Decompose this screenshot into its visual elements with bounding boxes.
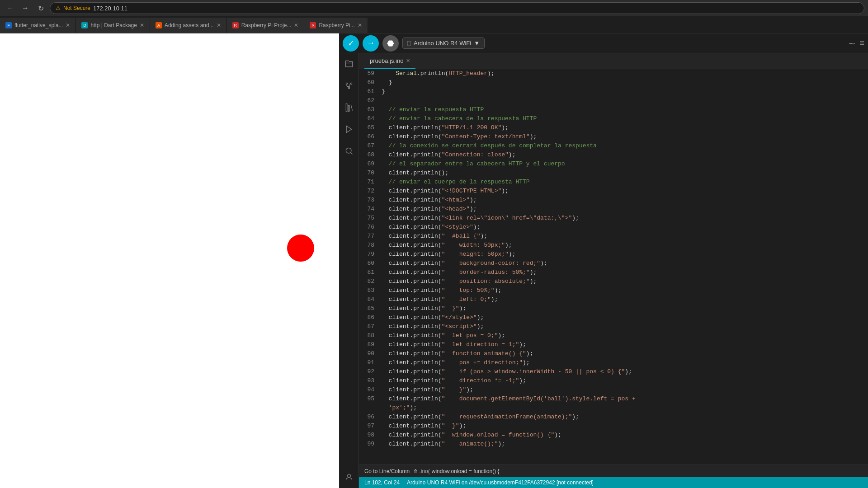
code-line: 63 // enviar la respuesta HTTP: [359, 105, 868, 114]
tab-title-flutter: flutter_native_spla...: [14, 22, 63, 28]
tab-close-adding[interactable]: ✕: [217, 22, 221, 28]
status-bar: Ln 102, Col 24 Arduino UNO R4 WiFi on /d…: [359, 477, 868, 488]
code-line: 98 client.println(" window.onload = func…: [359, 431, 868, 440]
code-line: 95 client.println(" document.getElementB…: [359, 394, 868, 404]
code-line: 'px';");: [359, 404, 868, 413]
svg-rect-5: [348, 105, 349, 111]
code-line: 71 // enviar el cuerpo de la respuesta H…: [359, 178, 868, 187]
address-bar[interactable]: ⚠ Not Secure 172.20.10.11: [50, 2, 864, 14]
code-line: 82 client.println(" position: absolute;"…: [359, 277, 868, 286]
svg-rect-4: [346, 104, 347, 112]
library-icon[interactable]: [342, 100, 356, 115]
menu-icon[interactable]: ≡: [859, 38, 864, 48]
code-lines: 59 Serial.println(HTTP_header); 60 } 61 …: [359, 69, 868, 449]
tab-flutter[interactable]: F flutter_native_spla... ✕: [0, 18, 76, 33]
source-control-icon[interactable]: [342, 79, 356, 93]
editor-tab-bar: prueba.js.ino ✕: [359, 53, 868, 69]
tab-close-dart[interactable]: ✕: [140, 22, 144, 28]
main-area: ✓ → ⬣ ⎕ Arduino UNO R4 WiFi ▼ ∼ ≡: [0, 33, 868, 488]
upload-button[interactable]: →: [363, 35, 379, 52]
code-line: 83 client.println(" top: 50%;");: [359, 286, 868, 295]
serial-monitor-icon[interactable]: ∼: [848, 38, 856, 49]
account-icon[interactable]: [342, 470, 356, 484]
svg-point-0: [346, 83, 347, 84]
not-secure-label: Not Secure: [63, 5, 90, 11]
board-selector[interactable]: ⎕ Arduino UNO R4 WiFi ▼: [402, 38, 485, 49]
tab-raspberry2[interactable]: R Raspberry Pi... ✕: [304, 18, 368, 33]
tab-close-raspberry1[interactable]: ✕: [294, 22, 298, 28]
code-line: 90 client.println(" function animate() {…: [359, 349, 868, 358]
board-label: Arduino UNO R4 WiFi: [414, 40, 471, 47]
code-line: 91 client.println(" pos += direction;");: [359, 358, 868, 367]
tab-adding[interactable]: A Adding assets and... ✕: [150, 18, 227, 33]
board-dropdown-icon: ▼: [474, 40, 480, 47]
code-line: 87 client.println("<script>");: [359, 322, 868, 331]
forward-button[interactable]: →: [19, 2, 32, 14]
tab-title-dart: http | Dart Package: [90, 22, 137, 28]
goto-bar: Go to Line/Column ⤊ .ino( window.onload …: [359, 465, 868, 477]
code-line: 72 client.println("<!DOCTYPE HTML>");: [359, 187, 868, 196]
tab-favicon-raspberry2: R: [310, 22, 316, 28]
svg-point-7: [346, 148, 351, 153]
debug-button[interactable]: ⬣: [382, 35, 399, 52]
code-line: 77 client.println(" #ball {");: [359, 232, 868, 241]
verify-button[interactable]: ✓: [343, 35, 359, 52]
tab-bar: F flutter_native_spla... ✕ D http | Dart…: [0, 16, 868, 33]
svg-marker-6: [346, 126, 352, 133]
warning-icon: ⚠: [56, 5, 61, 11]
code-line: 79 client.println(" height: 50px;");: [359, 250, 868, 259]
run-icon[interactable]: [342, 122, 356, 136]
status-board: Arduino UNO R4 WiFi on /dev/cu.usbmodemF…: [407, 479, 594, 486]
status-line-col: Ln 102, Col 24: [364, 479, 400, 486]
tab-favicon-adding: A: [156, 22, 162, 28]
code-line: 86 client.println("</style>");: [359, 313, 868, 322]
svg-point-9: [347, 474, 350, 477]
code-line: 89 client.println(" let direction = 1;")…: [359, 340, 868, 349]
code-line: 66 client.println("Content-Type: text/ht…: [359, 132, 868, 141]
refresh-button[interactable]: ↻: [34, 2, 47, 14]
arduino-sidebar: [339, 53, 359, 488]
tab-close-flutter[interactable]: ✕: [66, 22, 70, 28]
tab-favicon-dart: D: [81, 22, 88, 28]
back-button[interactable]: ←: [4, 2, 16, 14]
code-line: 74 client.println("<head>");: [359, 205, 868, 214]
code-line: 75 client.println("<link rel=\"icon\" hr…: [359, 214, 868, 223]
tab-favicon-raspberry1: R: [232, 22, 239, 28]
code-line: 64 // enviar la cabecera de la respuesta…: [359, 114, 868, 123]
code-line: 88 client.println(" let pos = 0;");: [359, 331, 868, 340]
code-line: 85 client.println(" }");: [359, 304, 868, 313]
tab-dart[interactable]: D http | Dart Package ✕: [76, 18, 150, 33]
editor-tab-prueba[interactable]: prueba.js.ino ✕: [364, 53, 415, 69]
goto-label: Go to Line/Column: [364, 468, 410, 474]
search-icon[interactable]: [342, 144, 356, 158]
code-line: 97 client.println(" }");: [359, 422, 868, 431]
code-line: 67 // la conexión se cerrará después de …: [359, 141, 868, 150]
code-line: 60 }: [359, 78, 868, 87]
code-line: 68 client.println("Connection: close");: [359, 150, 868, 160]
arduino-toolbar: ✓ → ⬣ ⎕ Arduino UNO R4 WiFi ▼ ∼ ≡: [339, 33, 868, 53]
code-line: 76 client.println("<style>");: [359, 223, 868, 232]
svg-point-2: [348, 87, 349, 89]
code-area[interactable]: 59 Serial.println(HTTP_header); 60 } 61 …: [359, 69, 868, 465]
browser-toolbar: ← → ↻ ⚠ Not Secure 172.20.10.11: [0, 0, 868, 16]
code-line: 59 Serial.println(HTTP_header);: [359, 69, 868, 78]
code-line: 99 client.println(" animate();");: [359, 440, 868, 449]
tab-title-raspberry1: Raspberry Pi Proje...: [241, 22, 292, 28]
tab-raspberry1[interactable]: R Raspberry Pi Proje... ✕: [227, 18, 305, 33]
svg-point-1: [350, 83, 352, 84]
code-line: 62: [359, 96, 868, 105]
editor-tab-close[interactable]: ✕: [406, 58, 410, 64]
tab-close-raspberry2[interactable]: ✕: [358, 22, 362, 28]
code-line: 84 client.println(" left: 0;");: [359, 295, 868, 304]
tab-favicon-flutter: F: [5, 22, 12, 28]
code-line: 92 client.println(" if (pos > window.inn…: [359, 367, 868, 376]
svg-line-8: [350, 153, 352, 155]
files-icon[interactable]: [342, 57, 356, 71]
code-line: 69 // el separador entre la cabecera HTT…: [359, 160, 868, 169]
code-line: 94 client.println(" }");: [359, 385, 868, 394]
code-line: 93 client.println(" direction *= -1;");: [359, 376, 868, 385]
goto-extra: window.onload = function() {: [432, 468, 500, 474]
arduino-body: prueba.js.ino ✕ 59 Serial.println(HTTP_h…: [339, 53, 868, 488]
code-line: 81 client.println(" border-radius: 50%;"…: [359, 268, 868, 277]
browser-content: [0, 33, 339, 488]
